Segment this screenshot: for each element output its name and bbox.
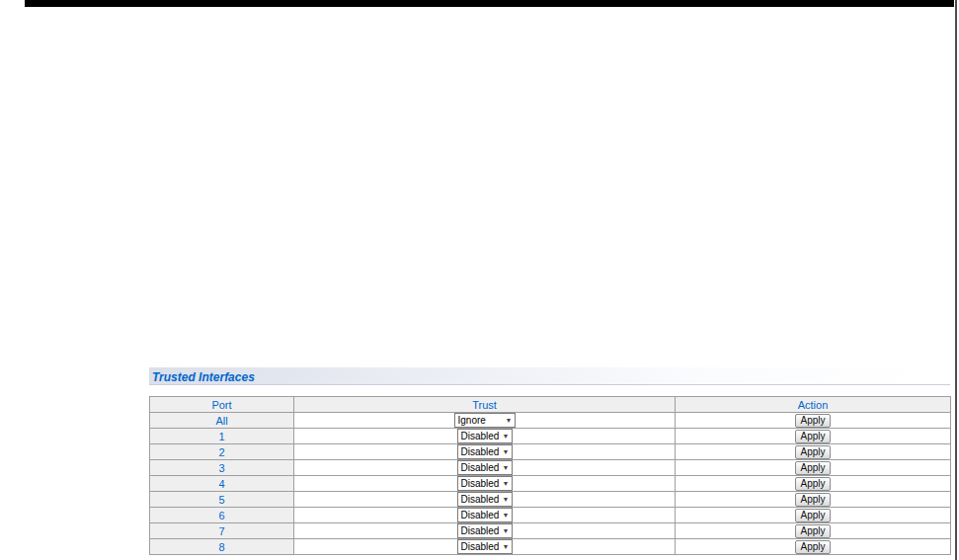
trust-select[interactable]: Disabled ▼ [457, 492, 513, 507]
section-title-bar: Trusted Interfaces [149, 367, 950, 385]
port-cell: 3 [150, 460, 294, 476]
table-row-7: 7 Disabled ▼ Apply [150, 523, 951, 539]
page: Trusted Interfaces Port Trust Action All… [0, 0, 959, 560]
trusted-interfaces-table: Port Trust Action All Ignore ▼ Apply [149, 396, 951, 555]
trust-select[interactable]: Disabled ▼ [457, 444, 513, 459]
column-header-port: Port [150, 397, 294, 413]
trust-select[interactable]: Ignore ▼ [454, 413, 516, 428]
trust-select[interactable]: Disabled ▼ [457, 508, 513, 522]
apply-button[interactable]: Apply [795, 540, 831, 554]
apply-button[interactable]: Apply [795, 477, 831, 491]
chevron-down-icon: ▼ [501, 461, 510, 474]
table-row-3: 3 Disabled ▼ Apply [150, 460, 951, 476]
chevron-down-icon: ▼ [501, 445, 510, 458]
port-cell: 7 [150, 523, 294, 539]
trust-select[interactable]: Disabled ▼ [457, 523, 513, 538]
port-cell: 5 [150, 492, 294, 508]
trust-select[interactable]: Disabled ▼ [457, 539, 513, 554]
table-row-8: 8 Disabled ▼ Apply [150, 539, 951, 555]
table-header-row: Port Trust Action [150, 397, 951, 413]
right-frame-line [955, 0, 957, 560]
apply-button[interactable]: Apply [795, 493, 831, 507]
port-cell: 2 [150, 444, 294, 460]
apply-button[interactable]: Apply [795, 509, 831, 522]
trust-select[interactable]: Disabled ▼ [457, 460, 513, 475]
apply-button[interactable]: Apply [795, 430, 831, 443]
table-row-5: 5 Disabled ▼ Apply [150, 492, 951, 508]
port-cell: 6 [150, 508, 294, 523]
column-header-action: Action [676, 397, 951, 413]
table-row-1: 1 Disabled ▼ Apply [150, 429, 951, 444]
apply-button[interactable]: Apply [795, 524, 831, 538]
trust-select[interactable]: Disabled ▼ [457, 429, 513, 443]
table-row-4: 4 Disabled ▼ Apply [150, 476, 951, 492]
port-cell: 1 [150, 429, 294, 444]
table-row-2: 2 Disabled ▼ Apply [150, 444, 951, 460]
table-row-all: All Ignore ▼ Apply [150, 413, 951, 429]
port-cell: 8 [150, 539, 294, 555]
top-frame-bar [25, 0, 954, 7]
main-content: Trusted Interfaces Port Trust Action All… [149, 367, 950, 555]
chevron-down-icon: ▼ [501, 477, 510, 490]
apply-button[interactable]: Apply [795, 414, 831, 428]
trust-select[interactable]: Disabled ▼ [457, 476, 513, 491]
apply-button[interactable]: Apply [795, 445, 831, 459]
chevron-down-icon: ▼ [501, 509, 510, 521]
chevron-down-icon: ▼ [501, 493, 510, 506]
chevron-down-icon: ▼ [501, 430, 510, 442]
apply-button[interactable]: Apply [795, 461, 831, 475]
table-row-6: 6 Disabled ▼ Apply [150, 508, 951, 523]
port-cell: All [150, 413, 294, 429]
port-cell: 4 [150, 476, 294, 492]
chevron-down-icon: ▼ [501, 540, 510, 553]
column-header-trust: Trust [294, 397, 676, 413]
page-title: Trusted Interfaces [149, 369, 255, 386]
chevron-down-icon: ▼ [501, 524, 510, 537]
chevron-down-icon: ▼ [504, 414, 513, 427]
